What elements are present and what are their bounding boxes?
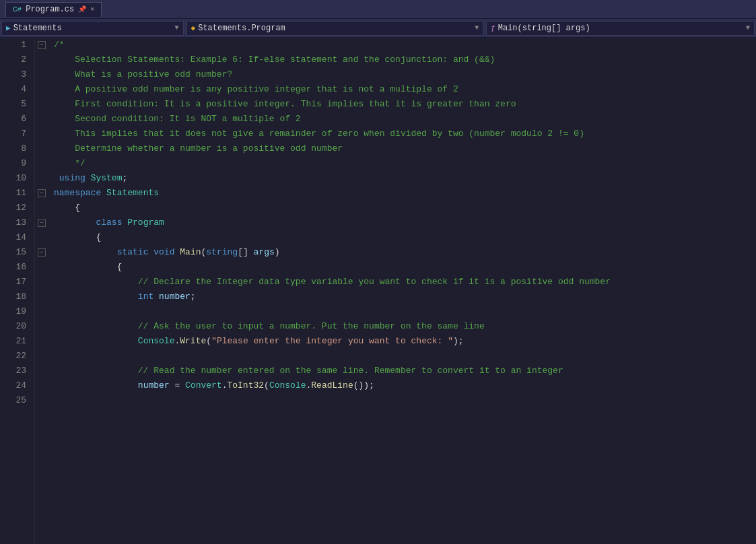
collapse-gap-19 bbox=[35, 304, 48, 319]
readline-parens: ()); bbox=[353, 378, 374, 393]
code-line-19 bbox=[48, 304, 756, 319]
comment-declare: // Declare the Integer data type variabl… bbox=[54, 275, 611, 290]
number-assign-equals: = bbox=[170, 378, 185, 393]
int-keyword: int bbox=[138, 290, 153, 304]
class-keyword: class bbox=[96, 215, 122, 230]
class-name: Program bbox=[127, 215, 164, 230]
toint32-paren-open: ( bbox=[264, 378, 269, 393]
class-selector[interactable]: ◆ Statements.Program ▼ bbox=[186, 21, 484, 36]
class-brace-open: { bbox=[54, 230, 101, 245]
line-num-10: 10 bbox=[5, 171, 26, 186]
namespace-space bbox=[101, 186, 106, 201]
collapse-btn-main[interactable]: − bbox=[38, 248, 46, 257]
namespace-name: Statements bbox=[106, 186, 159, 201]
collapse-btn-class[interactable]: − bbox=[38, 219, 46, 227]
collapse-1[interactable]: − bbox=[35, 38, 48, 53]
line-num-1: 1 bbox=[5, 38, 26, 53]
line-num-20: 20 bbox=[5, 319, 26, 334]
cs-nav-icon: ▶ bbox=[6, 24, 11, 32]
static-keyword: static bbox=[117, 245, 149, 260]
code-line-22 bbox=[48, 349, 756, 364]
code-line-20: // Ask the user to input a number. Put t… bbox=[48, 319, 756, 334]
cs-file-icon: C# bbox=[13, 5, 22, 13]
method-label: ƒ Main(string[] args) bbox=[491, 24, 590, 33]
code-line-9: */ bbox=[48, 156, 756, 171]
pin-icon: 📌 bbox=[78, 5, 86, 13]
using-semicolon: ; bbox=[122, 171, 127, 186]
main-paren-open: ( bbox=[201, 245, 207, 260]
collapse-gap-20 bbox=[35, 319, 48, 334]
line-num-2: 2 bbox=[5, 53, 26, 67]
number-assign-var: number bbox=[138, 378, 170, 393]
collapse-15[interactable]: − bbox=[35, 245, 48, 260]
collapse-btn-comment[interactable]: − bbox=[38, 41, 46, 49]
comment-line-8: Determine whether a number is a positive… bbox=[54, 141, 343, 156]
empty-line-22 bbox=[54, 349, 59, 364]
collapse-gap-10 bbox=[35, 171, 48, 186]
collapse-gap-3 bbox=[35, 67, 48, 82]
collapse-13[interactable]: − bbox=[35, 215, 48, 230]
class-label: ◆ Statements.Program bbox=[191, 24, 285, 33]
line-num-25: 25 bbox=[5, 393, 26, 408]
void-space bbox=[148, 245, 153, 260]
main-space bbox=[174, 245, 180, 260]
collapse-gap-6 bbox=[35, 112, 48, 127]
code-line-21: Console . Write ( "Please enter the inte… bbox=[48, 334, 756, 349]
code-line-8: Determine whether a number is a positive… bbox=[48, 141, 756, 156]
convert-dot: . bbox=[222, 378, 228, 393]
system-text: System bbox=[91, 171, 123, 186]
collapse-gap-18 bbox=[35, 290, 48, 304]
line-num-23: 23 bbox=[5, 364, 26, 378]
array-bracket: [] bbox=[238, 245, 253, 260]
collapse-gap-2 bbox=[35, 53, 48, 67]
code-line-13: class Program bbox=[48, 215, 756, 230]
tab-close-button[interactable]: × bbox=[90, 6, 94, 13]
collapse-gap-8 bbox=[35, 141, 48, 156]
comment-line-5: First condition: It is a positive intege… bbox=[54, 97, 516, 112]
comment-close-token: */ bbox=[54, 156, 85, 171]
args-param: args bbox=[254, 245, 275, 260]
main-method-name: Main bbox=[180, 245, 201, 260]
collapse-btn-namespace[interactable]: − bbox=[38, 189, 46, 197]
comment-line-6: Second condition: It is NOT a multiple o… bbox=[54, 112, 301, 127]
namespace-arrow: ▼ bbox=[175, 24, 179, 32]
write-method: Write bbox=[180, 334, 206, 349]
number-var: number bbox=[159, 290, 191, 304]
convert-class: Convert bbox=[185, 378, 222, 393]
namespace-selector[interactable]: ▶ Statements ▼ bbox=[1, 21, 184, 36]
collapse-gutter: − − − − bbox=[35, 38, 48, 544]
collapse-11[interactable]: − bbox=[35, 186, 48, 201]
code-line-4: A positive odd number is any positive in… bbox=[48, 82, 756, 97]
main-paren-close: ) bbox=[275, 245, 280, 260]
comment-line-2: Selection Statements: Example 6: If-else… bbox=[54, 53, 495, 67]
class-arrow: ▼ bbox=[475, 24, 479, 32]
method-brace-open: { bbox=[54, 260, 122, 275]
line-num-19: 19 bbox=[5, 304, 26, 319]
namespace-keyword: namespace bbox=[54, 186, 101, 201]
empty-line-25 bbox=[54, 393, 59, 408]
collapse-gap-21 bbox=[35, 334, 48, 349]
code-line-18: int number ; bbox=[48, 290, 756, 304]
code-editor[interactable]: 1 2 3 4 5 6 7 8 9 10 11 12 13 14 15 16 1… bbox=[0, 38, 756, 544]
comment-read: // Read the number entered on the same l… bbox=[54, 364, 563, 378]
line-num-22: 22 bbox=[5, 349, 26, 364]
write-paren-close: ); bbox=[453, 334, 464, 349]
console-indent bbox=[54, 334, 138, 349]
title-bar: C# Program.cs 📌 × bbox=[0, 0, 756, 19]
line-num-12: 12 bbox=[5, 201, 26, 215]
code-line-11: namespace Statements bbox=[48, 186, 756, 201]
code-content[interactable]: /* Selection Statements: Example 6: If-e… bbox=[48, 38, 756, 544]
collapse-gap-22 bbox=[35, 349, 48, 364]
code-line-3: What is a positive odd number? bbox=[48, 67, 756, 82]
collapse-gap-25 bbox=[35, 393, 48, 408]
line-num-16: 16 bbox=[5, 260, 26, 275]
class-indent bbox=[54, 215, 96, 230]
code-line-7: This implies that it does not give a rem… bbox=[48, 127, 756, 141]
program-tab[interactable]: C# Program.cs 📌 × bbox=[5, 2, 102, 17]
code-line-23: // Read the number entered on the same l… bbox=[48, 364, 756, 378]
comment-line-3: What is a positive odd number? bbox=[54, 67, 232, 82]
method-selector[interactable]: ƒ Main(string[] args) ▼ bbox=[486, 21, 755, 36]
line-num-15: 15 bbox=[5, 245, 26, 260]
using-space bbox=[85, 171, 91, 186]
line-num-11: 11 bbox=[5, 186, 26, 201]
